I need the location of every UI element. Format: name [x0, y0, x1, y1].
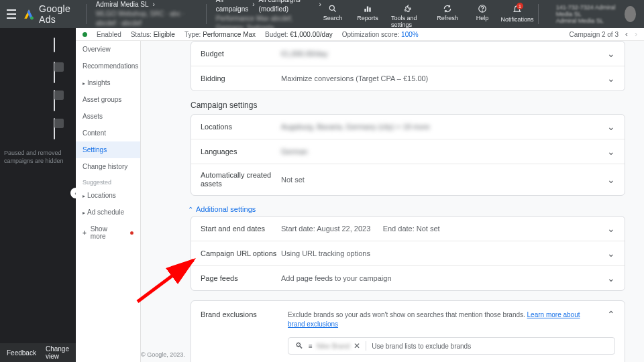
brand-search-input[interactable]: 🔍︎ ≡ Nike Brand ✕ Use brand lists to exc… — [288, 337, 615, 355]
next-campaign-icon[interactable]: › — [635, 29, 637, 39]
notif-badge: 1 — [517, 3, 523, 9]
sidenav-settings[interactable]: Settings — [76, 141, 140, 158]
sidenav-assets[interactable]: Assets — [76, 108, 140, 125]
brand-chip: ≡ Nike Brand ✕ — [309, 341, 360, 351]
chevron-up-icon: ⌃ — [188, 206, 193, 213]
campaign-position: Campaign 2 of 3 — [570, 31, 619, 38]
chevron-down-icon: ⌄ — [607, 223, 615, 234]
topbar: Google Ads Admiral Media SL› WLGO Websho… — [0, 0, 644, 28]
sidenav-change-history[interactable]: Change history — [76, 158, 140, 175]
row-bidding[interactable]: Bidding Maximize conversions (Target CPA… — [191, 66, 625, 90]
top-tools: Search Reports Tools and settings Refres… — [321, 0, 529, 28]
chip-remove-icon[interactable]: ✕ — [354, 341, 360, 351]
svg-rect-7 — [369, 7, 370, 11]
chevron-down-icon: ⌄ — [607, 248, 615, 259]
brand-input-placeholder: Use brand lists to exclude brands — [372, 343, 471, 350]
rail-footer: Feedback Change view — [0, 343, 76, 362]
sidenav: Overview Recommendations Insights Asset … — [76, 41, 141, 362]
filter-icon: ≡ — [309, 343, 313, 350]
brand-exclusions-desc: Exclude brands so your ads won't show on… — [288, 310, 580, 329]
sidenav-show-more[interactable]: +Show more — [76, 221, 140, 245]
divider — [86, 4, 87, 24]
row-page-feeds[interactable]: Page feeds Add page feeds to your campai… — [191, 265, 625, 290]
status-dot-icon — [83, 32, 87, 37]
notifications-tool[interactable]: 1 Notifications — [506, 4, 529, 23]
campaign-settings-header: Campaign settings — [191, 101, 644, 110]
new-dot-icon — [130, 231, 133, 235]
svg-point-3 — [329, 5, 334, 10]
rail-item[interactable] — [54, 90, 55, 111]
sidenav-content[interactable]: Content — [76, 125, 140, 141]
divider — [206, 4, 207, 24]
chevron-down-icon: ⌄ — [607, 121, 615, 132]
refresh-tool[interactable]: Refresh — [436, 4, 459, 21]
row-url-options[interactable]: Campaign URL options Using URL tracking … — [191, 241, 625, 265]
brand-exclusions-card: Brand exclusions Exclude brands so your … — [191, 300, 625, 362]
breadcrumb-account[interactable]: Admiral Media SL› WLGO Webshop, SRC · ab… — [96, 0, 197, 28]
sidenav-asset-groups[interactable]: Asset groups — [76, 91, 140, 108]
divider — [538, 4, 539, 24]
status-enabled[interactable]: Enabled — [97, 31, 121, 38]
menu-icon[interactable] — [7, 9, 16, 19]
avatar[interactable] — [625, 6, 636, 22]
copyright: © Google, 2023. — [141, 351, 185, 358]
left-rail: Paused and removed campaigns are hidden … — [0, 28, 76, 362]
sidenav-recommendations[interactable]: Recommendations — [76, 58, 140, 74]
status-strip: Enabled Status: Eligible Type: Performan… — [76, 28, 644, 41]
sidenav-locations[interactable]: Locations — [76, 187, 140, 204]
rail-item[interactable] — [54, 62, 55, 83]
help-tool[interactable]: Help — [471, 4, 494, 21]
chevron-down-icon: ⌄ — [607, 174, 615, 185]
sidenav-suggested-header: Suggested — [76, 175, 140, 187]
svg-line-4 — [334, 10, 336, 12]
chevron-down-icon: ⌄ — [607, 273, 615, 284]
row-budget[interactable]: Budget €1,000.00/day ⌄ — [191, 42, 625, 66]
rail-note: Paused and removed campaigns are hidden — [4, 149, 72, 165]
brand-exclusions-title: Brand exclusions — [201, 310, 268, 318]
rail-item[interactable] — [54, 38, 55, 52]
chevron-down-icon: ⌄ — [607, 73, 615, 84]
google-ads-logo — [23, 8, 35, 20]
account-switcher[interactable]: 141-732-7324 Admiral Media SLAdmiral Med… — [556, 4, 636, 24]
row-languages[interactable]: Languages German ⌄ — [191, 139, 625, 164]
additional-settings-toggle[interactable]: ⌃Additional settings — [188, 205, 644, 213]
svg-point-2 — [30, 17, 34, 20]
sidenav-insights[interactable]: Insights — [76, 74, 140, 91]
prev-campaign-icon[interactable]: ‹ — [625, 29, 628, 39]
svg-rect-5 — [364, 9, 366, 12]
reports-tool[interactable]: Reports — [356, 4, 379, 21]
search-tool[interactable]: Search — [321, 4, 344, 21]
main-content: Budget €1,000.00/day ⌄ Bidding Maximize … — [141, 41, 644, 362]
product-name: Google Ads — [39, 3, 76, 25]
row-dates[interactable]: Start and end dates Start date: August 2… — [191, 217, 625, 241]
change-view-link[interactable]: Change view — [46, 345, 76, 360]
sidenav-ad-schedule[interactable]: Ad schedule — [76, 204, 140, 221]
divider — [366, 341, 366, 351]
feedback-link[interactable]: Feedback — [7, 349, 36, 357]
row-locations[interactable]: Locations Augsburg, Bavaria, Germany (ci… — [191, 115, 625, 139]
svg-point-9 — [482, 11, 483, 11]
chevron-down-icon: ⌄ — [607, 48, 615, 59]
sidenav-overview[interactable]: Overview — [76, 41, 140, 58]
tools-settings[interactable]: Tools and settings — [391, 4, 424, 28]
chevron-down-icon: ⌄ — [607, 146, 615, 157]
row-auto-assets[interactable]: Automatically created assets Not set ⌄ — [191, 164, 625, 195]
rail-item[interactable] — [54, 118, 55, 139]
svg-rect-6 — [367, 7, 368, 12]
search-icon: 🔍︎ — [295, 341, 303, 351]
chevron-up-icon[interactable]: ⌃ — [607, 309, 615, 320]
